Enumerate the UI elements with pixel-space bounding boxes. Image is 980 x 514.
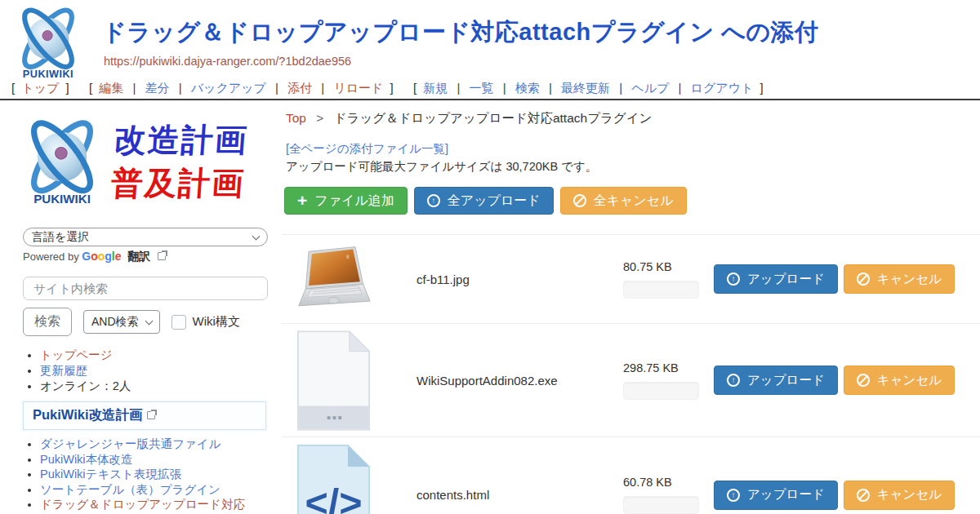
bracket: ] xyxy=(760,81,764,95)
sidebar-headline-link[interactable]: PukiWiki改造計画 xyxy=(33,407,143,422)
breadcrumb-current: ドラッグ＆ドロップアップロード対応attachプラグイン xyxy=(334,111,653,125)
site-search-input[interactable] xyxy=(23,277,268,300)
plus-icon: + xyxy=(297,192,307,209)
upload-all-button[interactable]: ↑ 全アップロード xyxy=(414,187,554,215)
list-item: PukiWikiテキスト表現拡張 xyxy=(40,467,267,482)
atom-icon: PUKIWIKI xyxy=(10,5,87,82)
table-row: </> contents.html 60.78 KB ↑ アップロード キャンセ… xyxy=(282,436,980,514)
search-mode-value: AND検索 xyxy=(91,315,139,330)
sidebar-menu-plugins: ダジャレンジャー版共通ファイル PukiWiki本体改造 PukiWikiテキス… xyxy=(26,436,267,514)
sidebar-headline-box: PukiWiki改造計画 xyxy=(23,401,266,430)
file-meta: 298.75 KB xyxy=(623,361,714,400)
bracket: ] xyxy=(66,81,69,95)
nav-help[interactable]: ヘルプ xyxy=(631,81,669,95)
cancel-all-button[interactable]: 全キャンセル xyxy=(560,187,687,215)
search-button[interactable]: 検索 xyxy=(23,308,72,336)
upload-button[interactable]: ↑ アップロード xyxy=(714,366,838,395)
file-size: 298.75 KB xyxy=(623,361,714,374)
sidebar-item-sort-table[interactable]: ソートテーブル（表）プラグイン xyxy=(40,483,220,496)
nav-top[interactable]: トップ xyxy=(21,81,59,95)
file-actions: ↑ アップロード キャンセル xyxy=(714,366,955,395)
nav-attach[interactable]: 添付 xyxy=(287,81,312,95)
wiki-syntax-label: Wiki構文 xyxy=(193,314,240,330)
progress-bar xyxy=(623,281,699,299)
upload-button[interactable]: ↑ アップロード xyxy=(714,481,838,510)
google-logo: Google xyxy=(82,250,124,263)
ban-icon xyxy=(857,374,870,387)
page-url-link[interactable]: https://pukiwiki.dajya-ranger.com/?1bd2d… xyxy=(104,55,351,68)
file-name: WikiSupportAddin082.exe xyxy=(416,374,623,388)
upload-icon: ↑ xyxy=(727,489,740,502)
cancel-button[interactable]: キャンセル xyxy=(844,264,955,294)
nav-recent[interactable]: 最終更新 xyxy=(561,81,610,95)
bracket: ] xyxy=(390,81,394,95)
generic-file-icon xyxy=(294,329,373,432)
code-glyph: </> xyxy=(305,481,362,514)
nav-new[interactable]: 新規 xyxy=(423,81,448,95)
file-actions: ↑ アップロード キャンセル xyxy=(714,264,955,294)
upload-queue: 8 cf-b11.jpg 80.75 KB ↑ xyxy=(282,234,980,514)
ban-icon xyxy=(573,194,586,207)
sidebar-item-common-files[interactable]: ダジャレンジャー版共通ファイル xyxy=(40,437,220,450)
navbar: [ トップ ] [ 編集 | 差分 | バックアップ | 添付 | リロード ]… xyxy=(8,81,777,96)
nav-reload[interactable]: リロード xyxy=(333,81,383,95)
nav-logout[interactable]: ログアウト xyxy=(691,81,754,95)
file-meta: 80.75 KB xyxy=(623,260,714,299)
chevron-down-icon xyxy=(145,317,153,325)
sidebar-menu-top: トップページ 更新履歴 オンライン：2人 xyxy=(26,348,131,394)
nav-diff[interactable]: 差分 xyxy=(145,81,170,95)
bracket: [ xyxy=(89,81,92,95)
logo-wordmark: PUKIWIKI xyxy=(33,192,91,206)
file-name: contents.html xyxy=(416,488,623,502)
atom-icon: PUKIWIKI xyxy=(16,117,108,208)
add-file-button[interactable]: + ファイル追加 xyxy=(284,187,408,215)
table-row: 8 cf-b11.jpg 80.75 KB ↑ xyxy=(282,234,980,323)
laptop-photo-thumbnail: 8 xyxy=(295,245,372,314)
sidebar-item-text-ext[interactable]: PukiWikiテキスト表現拡張 xyxy=(40,467,181,481)
list-item: トップページ xyxy=(40,348,131,363)
logo-wordmark: PUKIWIKI xyxy=(23,69,74,80)
sidebar-item-core-mod[interactable]: PukiWiki本体改造 xyxy=(40,453,133,466)
upload-icon: ↑ xyxy=(727,273,740,286)
upload-icon: ↑ xyxy=(727,374,740,387)
online-count: オンライン：2人 xyxy=(40,379,131,392)
list-item: ドラッグ＆ドロップアップロード対応attachプラグイン xyxy=(40,497,267,514)
external-link-icon xyxy=(158,252,166,260)
ban-icon xyxy=(857,273,870,286)
nav-backup[interactable]: バックアップ xyxy=(191,81,266,95)
upload-icon: ↑ xyxy=(427,194,440,207)
search-mode-select[interactable]: AND検索 xyxy=(83,310,160,334)
sidebar-item-recent-changes[interactable]: 更新履歴 xyxy=(40,364,87,377)
breadcrumb: Top > ドラッグ＆ドロップアップロード対応attachプラグイン xyxy=(286,110,980,127)
cancel-button[interactable]: キャンセル xyxy=(844,366,955,395)
pukiwiki-logo[interactable]: PUKIWIKI xyxy=(10,5,87,82)
wiki-syntax-checkbox[interactable] xyxy=(172,315,186,330)
table-row: WikiSupportAddin082.exe 298.75 KB ↑ アップロ… xyxy=(282,323,980,436)
max-upload-size-text: アップロード可能最大ファイルサイズは 30,720KB です。 xyxy=(286,159,980,175)
sidebar-item-dnd-attach[interactable]: ドラッグ＆ドロップアップロード対応attachプラグイン xyxy=(40,498,245,514)
bracket: [ xyxy=(413,81,416,95)
language-select[interactable]: 言語を選択 xyxy=(23,228,268,246)
file-thumbnail: 8 xyxy=(288,245,378,314)
upload-button[interactable]: ↑ アップロード xyxy=(714,264,838,294)
list-item: オンライン：2人 xyxy=(40,379,131,394)
cancel-button[interactable]: キャンセル xyxy=(844,481,955,510)
nav-list[interactable]: 一覧 xyxy=(470,81,494,95)
nav-edit[interactable]: 編集 xyxy=(99,81,123,95)
list-item: 更新履歴 xyxy=(40,363,131,379)
ban-icon xyxy=(857,489,870,502)
breadcrumb-home[interactable]: Top xyxy=(286,111,306,125)
file-actions: ↑ アップロード キャンセル xyxy=(714,481,955,510)
banner-line-2: 普及計画 xyxy=(109,162,247,206)
file-meta: 60.78 KB xyxy=(623,476,714,514)
progress-bar xyxy=(623,382,699,400)
sidebar-site-banner[interactable]: PUKIWIKI 改造計画 普及計画 xyxy=(16,113,274,212)
site-banner-text: 改造計画 普及計画 xyxy=(109,119,249,205)
nav-search[interactable]: 検索 xyxy=(515,81,540,95)
bracket: [ xyxy=(11,81,15,95)
breadcrumb-separator: > xyxy=(316,111,323,125)
sidebar-item-toppage[interactable]: トップページ xyxy=(40,348,113,361)
all-attachments-link[interactable]: [全ページの添付ファイル一覧] xyxy=(286,141,448,157)
code-file-icon: </> xyxy=(294,443,373,514)
list-item: PukiWiki本体改造 xyxy=(40,452,267,467)
